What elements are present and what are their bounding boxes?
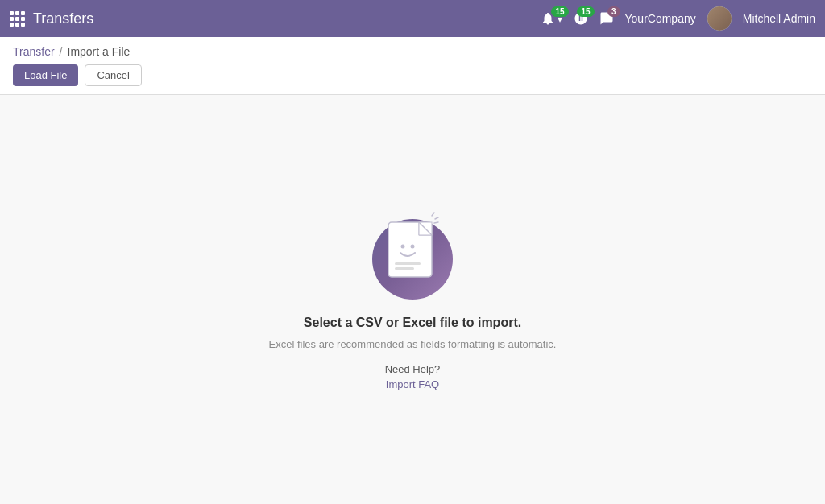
svg-line-9 — [434, 222, 438, 223]
svg-rect-6 — [395, 267, 414, 270]
header-right: 15 15 3 YourCompany Mitchell Admin — [541, 6, 815, 31]
load-file-button[interactable]: Load File — [13, 64, 78, 86]
svg-point-3 — [401, 244, 405, 248]
toolbar: Load File Cancel — [13, 64, 812, 94]
notifications-badge: 15 — [551, 6, 568, 17]
activity-badge: 15 — [577, 6, 594, 17]
document-icon — [382, 211, 443, 286]
svg-rect-5 — [395, 262, 421, 265]
avatar[interactable] — [707, 6, 732, 31]
import-title: Select a CSV or Excel file to import. — [304, 316, 521, 330]
messages-button[interactable]: 3 — [599, 11, 614, 26]
import-faq-link[interactable]: Import FAQ — [386, 378, 439, 390]
header-left: Transfers — [10, 10, 93, 27]
svg-point-4 — [411, 244, 415, 248]
help-text: Need Help? — [385, 363, 441, 375]
breadcrumb-bar: Transfer / Import a File Load File Cance… — [0, 37, 825, 95]
app-title: Transfers — [33, 10, 93, 27]
notifications-button[interactable]: 15 — [541, 11, 562, 26]
svg-line-8 — [435, 217, 438, 219]
breadcrumb-separator: / — [60, 45, 63, 58]
user-name[interactable]: Mitchell Admin — [743, 12, 815, 25]
import-illustration — [364, 203, 461, 300]
avatar-image — [707, 6, 732, 31]
import-subtitle: Excel files are recommended as fields fo… — [269, 338, 557, 350]
svg-line-7 — [432, 213, 434, 216]
activity-button[interactable]: 15 — [574, 11, 588, 26]
company-name[interactable]: YourCompany — [625, 12, 696, 25]
breadcrumb: Transfer / Import a File — [13, 45, 812, 58]
breadcrumb-current: Import a File — [68, 45, 131, 58]
app-menu-icon[interactable] — [10, 11, 25, 27]
messages-badge: 3 — [607, 6, 620, 17]
main-content: Select a CSV or Excel file to import. Ex… — [0, 95, 825, 498]
breadcrumb-parent[interactable]: Transfer — [13, 45, 55, 58]
app-header: Transfers 15 15 3 YourCompany — [0, 0, 825, 37]
cancel-button[interactable]: Cancel — [85, 64, 141, 86]
